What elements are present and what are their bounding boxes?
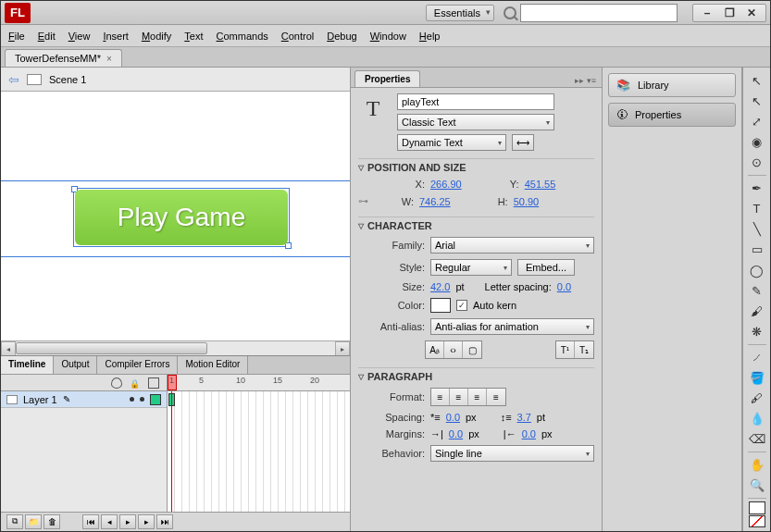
font-style-select[interactable]: Regular	[430, 259, 512, 276]
behavior-select[interactable]: Single line	[430, 445, 594, 462]
link-wh-icon[interactable]: ⊶	[358, 195, 375, 208]
menu-control[interactable]: Control	[281, 31, 314, 42]
library-dock-button[interactable]: 📚 Library	[608, 73, 736, 97]
eraser-tool[interactable]: ⌫	[746, 429, 768, 449]
selectable-button[interactable]: Aᵦ	[426, 341, 444, 358]
back-arrow-icon[interactable]: ⇦	[8, 72, 19, 87]
goto-first-button[interactable]: ⏮	[82, 514, 99, 529]
hand-tool[interactable]: ✋	[746, 455, 768, 475]
visibility-dot[interactable]	[130, 397, 134, 402]
superscript-button[interactable]: T¹	[556, 341, 575, 358]
menu-edit[interactable]: Edit	[38, 31, 56, 42]
w-value[interactable]: 746.25	[419, 196, 451, 207]
document-tab[interactable]: TowerDefenseMM* ×	[5, 49, 122, 67]
scrollbar-thumb[interactable]	[16, 342, 207, 354]
frame-area[interactable]	[168, 391, 350, 512]
scroll-right-icon[interactable]: ▸	[335, 341, 350, 356]
align-justify-button[interactable]: ≡	[487, 389, 505, 405]
outline-icon[interactable]	[148, 377, 159, 389]
zoom-tool[interactable]: 🔍	[746, 476, 768, 495]
guide-line[interactable]	[1, 180, 350, 181]
letter-spacing-value[interactable]: 0.0	[557, 281, 571, 292]
align-left-button[interactable]: ≡	[431, 389, 450, 405]
ink-tool[interactable]: 🖋	[746, 389, 768, 408]
menu-modify[interactable]: Modify	[142, 31, 171, 42]
goto-last-button[interactable]: ⏭	[156, 514, 173, 529]
scroll-left-icon[interactable]: ◂	[1, 341, 16, 356]
layer-color-swatch[interactable]	[150, 394, 161, 405]
fill-swatch[interactable]	[749, 501, 765, 513]
border-button[interactable]: ▢	[463, 341, 481, 358]
tab-timeline[interactable]: Timeline	[1, 356, 54, 374]
stage-h-scrollbar[interactable]: ◂ ▸	[1, 340, 350, 355]
size-value[interactable]: 42.0	[430, 281, 450, 292]
antialias-select[interactable]: Anti-alias for animation	[430, 318, 594, 335]
text-engine-select[interactable]: Classic Text	[397, 114, 554, 130]
menu-debug[interactable]: Debug	[327, 31, 356, 42]
subselect-tool[interactable]: ↖	[746, 92, 768, 111]
rect-tool[interactable]: ▭	[746, 240, 768, 259]
twisty-icon[interactable]: ▽	[358, 164, 364, 172]
tab-output[interactable]: Output	[54, 356, 97, 374]
panel-menu-icon[interactable]: ▸▸ ▾≡	[569, 74, 602, 87]
properties-tab[interactable]: Properties	[354, 70, 420, 87]
embed-button[interactable]: Embed...	[517, 259, 575, 276]
pen-tool[interactable]: ✒	[746, 179, 768, 198]
menu-view[interactable]: View	[68, 31, 91, 42]
lock-icon[interactable]	[130, 377, 141, 389]
subscript-button[interactable]: T₁	[575, 341, 593, 358]
visibility-icon[interactable]	[111, 377, 122, 389]
selection-tool[interactable]: ↖	[746, 71, 768, 91]
tab-compiler-errors[interactable]: Compiler Errors	[97, 356, 178, 374]
guide-line[interactable]	[1, 256, 350, 257]
menu-file[interactable]: File	[8, 31, 25, 42]
minimize-button[interactable]: –	[701, 6, 714, 19]
menu-help[interactable]: Help	[419, 31, 441, 42]
line-tool[interactable]: ╲	[746, 219, 768, 239]
properties-dock-button[interactable]: 🛈 Properties	[608, 103, 736, 127]
play-button[interactable]: ▸	[119, 514, 136, 529]
autokern-checkbox[interactable]: ✓	[456, 300, 467, 311]
menu-commands[interactable]: Commands	[217, 31, 268, 42]
layer-row[interactable]: Layer 1 ✎	[1, 391, 167, 408]
menu-window[interactable]: Window	[370, 31, 406, 42]
step-fwd-button[interactable]: ▸	[138, 514, 155, 529]
twisty-icon[interactable]: ▽	[358, 222, 364, 230]
delete-layer-button[interactable]: 🗑	[44, 514, 60, 529]
deco-tool[interactable]: ❋	[746, 322, 768, 341]
restore-button[interactable]: ❐	[723, 6, 736, 19]
margin-left-value[interactable]: 0.0	[449, 428, 463, 439]
tab-motion-editor[interactable]: Motion Editor	[178, 356, 248, 374]
close-tab-icon[interactable]: ×	[106, 54, 112, 64]
h-value[interactable]: 50.90	[514, 196, 540, 207]
lock-dot[interactable]	[140, 397, 144, 402]
stroke-swatch[interactable]	[749, 515, 765, 527]
pencil-tool[interactable]: ✎	[746, 281, 768, 301]
menu-insert[interactable]: Insert	[103, 31, 129, 42]
close-button[interactable]: ✕	[745, 6, 758, 19]
menu-text[interactable]: Text	[184, 31, 203, 42]
frame-ruler[interactable]: 15101520	[168, 375, 350, 390]
orientation-button[interactable]: ⟷	[512, 134, 534, 151]
instance-name-input[interactable]	[397, 93, 554, 110]
html-button[interactable]: ‹›	[444, 341, 463, 358]
y-value[interactable]: 451.55	[525, 179, 556, 190]
text-type-select[interactable]: Dynamic Text	[397, 134, 506, 151]
text-tool[interactable]: T	[746, 199, 768, 218]
lasso-tool[interactable]: ⊙	[746, 153, 768, 172]
paint-bucket-tool[interactable]: 🪣	[746, 368, 768, 388]
brush-tool[interactable]: 🖌	[746, 302, 768, 321]
align-center-button[interactable]: ≡	[450, 389, 468, 405]
font-family-select[interactable]: Arial	[430, 237, 594, 254]
play-game-button[interactable]: Play Game	[75, 190, 288, 245]
twisty-icon[interactable]: ▽	[358, 373, 364, 381]
free-transform-tool[interactable]: ⤢	[746, 112, 768, 131]
color-swatch[interactable]	[430, 298, 451, 313]
leading-value[interactable]: 3.7	[517, 412, 531, 423]
stage[interactable]: Play Game	[1, 92, 350, 340]
x-value[interactable]: 266.90	[430, 179, 462, 190]
bone-tool[interactable]: ⟋	[746, 348, 768, 367]
workspace-selector[interactable]: Essentials	[426, 5, 494, 21]
indent-value[interactable]: 0.0	[446, 412, 460, 423]
step-back-button[interactable]: ◂	[101, 514, 118, 529]
